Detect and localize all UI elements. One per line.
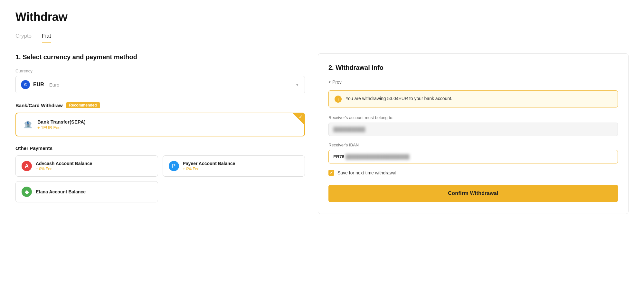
payeer-info: Payeer Account Balance + 0% Fee — [183, 161, 235, 171]
iban-label: Receiver's IBAN — [328, 143, 618, 147]
etana-info: Etana Account Balance — [36, 189, 86, 194]
advcash-fee: + 0% Fee — [36, 167, 92, 171]
save-checkbox-row[interactable]: ✓ Save for next time withdrawal — [328, 170, 618, 176]
receiver-field: Receiver's account must belong to: █████… — [328, 115, 618, 136]
bank-transfer-fee: + 1EUR Fee — [37, 125, 86, 130]
other-payments-grid: A Advcash Account Balance + 0% Fee P Pay… — [15, 155, 305, 202]
bank-card-label: Bank/Card Withdraw — [15, 103, 63, 108]
iban-blurred: ████████████████████ — [346, 154, 409, 159]
payeer-card[interactable]: P Payeer Account Balance + 0% Fee — [163, 155, 305, 177]
info-icon: i — [335, 96, 342, 103]
save-checkbox[interactable]: ✓ — [328, 170, 334, 176]
info-box: i You are withdrawing 53.04EUR to your b… — [328, 90, 618, 107]
receiver-blurred: ██████████ — [333, 127, 365, 132]
tab-crypto[interactable]: Crypto — [15, 33, 32, 43]
chevron-down-icon: ▼ — [295, 82, 299, 87]
check-icon: ✓ — [330, 171, 333, 175]
advcash-card[interactable]: A Advcash Account Balance + 0% Fee — [15, 155, 158, 177]
bank-icon: 🏦 — [23, 119, 33, 130]
right-panel: 2. Withdrawal info < Prev i You are with… — [318, 53, 629, 214]
currency-code: EUR — [33, 82, 44, 88]
eur-icon: € — [21, 80, 30, 89]
info-message: You are withdrawing 53.04EUR to your ban… — [346, 95, 452, 102]
confirm-withdrawal-button[interactable]: Confirm Withdrawal — [328, 185, 618, 202]
etana-icon: ◆ — [22, 187, 32, 197]
etana-name: Etana Account Balance — [36, 189, 86, 194]
payeer-fee: + 0% Fee — [183, 167, 235, 171]
advcash-info: Advcash Account Balance + 0% Fee — [36, 161, 92, 171]
save-label: Save for next time withdrawal — [337, 170, 396, 175]
currency-dropdown[interactable]: € EUR Euro ▼ — [15, 76, 305, 93]
currency-name: Euro — [49, 82, 60, 88]
etana-card[interactable]: ◆ Etana Account Balance — [15, 181, 158, 202]
advcash-name: Advcash Account Balance — [36, 161, 92, 166]
tab-fiat[interactable]: Fiat — [42, 33, 51, 43]
iban-input[interactable]: FR76 ████████████████████ — [328, 150, 618, 163]
receiver-label: Receiver's account must belong to: — [328, 115, 618, 120]
left-section-title: 1. Select currency and payment method — [15, 53, 305, 61]
iban-prefix: FR76 — [333, 154, 344, 159]
bank-transfer-card[interactable]: 🏦 Bank Transfer(SEPA) + 1EUR Fee — [15, 113, 305, 136]
advcash-icon: A — [22, 161, 32, 171]
prev-link[interactable]: < Prev — [328, 79, 342, 85]
selected-check-icon — [293, 113, 304, 125]
recommended-badge: Recommended — [66, 102, 100, 108]
bank-card-header: Bank/Card Withdraw Recommended — [15, 102, 305, 108]
iban-field[interactable]: Receiver's IBAN FR76 ███████████████████… — [328, 143, 618, 163]
receiver-input: ██████████ — [328, 123, 618, 136]
other-payments-title: Other Payments — [15, 145, 305, 151]
bank-transfer-name: Bank Transfer(SEPA) — [37, 119, 86, 125]
right-section-title: 2. Withdrawal info — [328, 64, 618, 71]
bank-transfer-info: Bank Transfer(SEPA) + 1EUR Fee — [37, 119, 86, 130]
payeer-icon: P — [169, 161, 179, 171]
left-panel: 1. Select currency and payment method Cu… — [15, 53, 305, 214]
main-content: 1. Select currency and payment method Cu… — [15, 53, 629, 214]
currency-label: Currency — [15, 69, 305, 73]
page-title: Withdraw — [15, 10, 629, 24]
payeer-name: Payeer Account Balance — [183, 161, 235, 166]
tab-bar: Crypto Fiat — [15, 33, 629, 43]
currency-select-left: € EUR Euro — [21, 80, 59, 89]
